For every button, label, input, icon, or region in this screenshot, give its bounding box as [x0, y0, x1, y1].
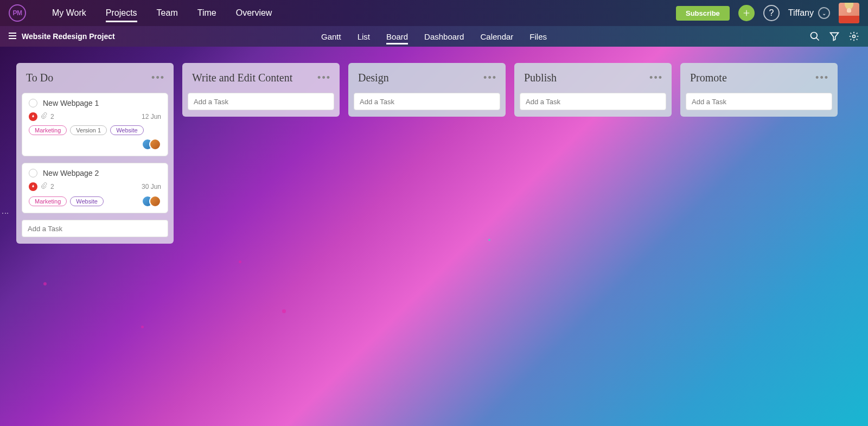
card-title: New Webpage 2: [43, 169, 99, 177]
attachment-icon: [41, 182, 47, 191]
column-title: To Do: [26, 72, 53, 84]
column-header: Design•••: [354, 71, 500, 86]
nav-item-projects[interactable]: Projects: [106, 2, 137, 24]
project-title[interactable]: Website Redesign Project: [22, 32, 115, 41]
column-title: Publish: [524, 72, 557, 84]
logo-text: PM: [13, 9, 22, 17]
column-promote: Promote•••: [680, 63, 838, 117]
app-logo[interactable]: PM: [9, 4, 26, 22]
search-icon: [809, 31, 820, 42]
card-date: 12 Jun: [142, 113, 161, 120]
view-tab-board[interactable]: Board: [386, 28, 408, 46]
tag[interactable]: Website: [70, 196, 104, 206]
assignee-avatars[interactable]: [146, 195, 161, 207]
user-menu[interactable]: Tiffany ⌄: [788, 7, 830, 19]
card-meta: 2: [29, 182, 54, 191]
attachment-count: 2: [50, 183, 54, 190]
card-date: 30 Jun: [142, 183, 161, 190]
add-task-input[interactable]: [686, 93, 832, 110]
view-tab-gantt[interactable]: Gantt: [321, 28, 341, 46]
attachment-count: 2: [50, 113, 54, 120]
subscribe-button[interactable]: Subscribe: [676, 6, 730, 21]
add-button[interactable]: [738, 5, 755, 21]
column-header: To Do•••: [22, 71, 168, 86]
view-tab-list[interactable]: List: [358, 28, 370, 46]
question-icon: ?: [769, 8, 774, 18]
tag[interactable]: Website: [110, 125, 144, 135]
card-title: New Webpage 1: [43, 99, 99, 107]
column-header: Promote•••: [686, 71, 832, 86]
column-publish: Publish•••: [514, 63, 672, 117]
column-title: Promote: [690, 72, 727, 84]
column-header: Write and Edit Content•••: [188, 71, 334, 86]
username-label: Tiffany: [788, 8, 814, 18]
gear-icon: [848, 31, 859, 42]
complete-checkbox[interactable]: [29, 169, 37, 177]
plus-icon: [743, 9, 750, 17]
sub-nav-views: GanttListBoardDashboardCalendarFiles: [321, 26, 547, 47]
card-top: New Webpage 2: [29, 169, 161, 177]
task-card[interactable]: New Webpage 2230 JunMarketingWebsite: [22, 163, 168, 213]
help-button[interactable]: ?: [763, 5, 780, 21]
column-menu-icon[interactable]: •••: [815, 72, 829, 84]
chevron-down-icon: ⌄: [818, 7, 830, 19]
nav-item-my-work[interactable]: My Work: [52, 2, 86, 24]
tag[interactable]: Marketing: [29, 196, 67, 206]
column-menu-icon[interactable]: •••: [151, 72, 165, 84]
complete-checkbox[interactable]: [29, 99, 37, 107]
card-tags: MarketingWebsite: [29, 195, 161, 207]
view-tab-dashboard[interactable]: Dashboard: [424, 28, 464, 46]
nav-item-overview[interactable]: Overview: [236, 2, 272, 24]
card-tags: MarketingVersion 1Website: [29, 125, 161, 150]
card-top: New Webpage 1: [29, 99, 161, 107]
column-header: Publish•••: [520, 71, 666, 86]
priority-high-icon: [29, 182, 37, 191]
tag[interactable]: Marketing: [29, 125, 67, 135]
priority-high-icon: [29, 112, 37, 121]
card-meta: 2: [29, 112, 54, 121]
side-drag-handle[interactable]: ⋮: [1, 209, 10, 217]
nav-item-team[interactable]: Team: [157, 2, 178, 24]
column-title: Write and Edit Content: [192, 72, 292, 84]
column-title: Design: [358, 72, 389, 84]
user-avatar[interactable]: [839, 3, 859, 23]
card-meta-row: 212 Jun: [29, 112, 161, 121]
avatar: [149, 138, 161, 150]
add-task-input[interactable]: [22, 220, 168, 237]
card-meta-row: 230 Jun: [29, 182, 161, 191]
add-task-input[interactable]: [354, 93, 500, 110]
svg-point-0: [811, 33, 818, 39]
nav-item-time[interactable]: Time: [197, 2, 216, 24]
attachment-icon: [41, 112, 47, 121]
add-task-input[interactable]: [188, 93, 334, 110]
column-to-do: To Do•••New Webpage 1212 JunMarketingVer…: [16, 63, 174, 244]
board-area: To Do•••New Webpage 1212 JunMarketingVer…: [0, 47, 868, 426]
assignee-avatars[interactable]: [146, 138, 161, 150]
settings-button[interactable]: [848, 31, 859, 42]
filter-button[interactable]: [829, 31, 840, 42]
filter-icon: [829, 31, 840, 42]
hamburger-icon[interactable]: [9, 32, 16, 41]
column-write-and-edit-content: Write and Edit Content•••: [182, 63, 340, 117]
column-design: Design•••: [348, 63, 506, 117]
sub-nav-right: [809, 31, 859, 42]
top-nav-items: My WorkProjectsTeamTimeOverview: [52, 2, 272, 24]
add-task-input[interactable]: [520, 93, 666, 110]
top-nav-right: Subscribe ? Tiffany ⌄: [676, 3, 859, 23]
view-tab-calendar[interactable]: Calendar: [480, 28, 513, 46]
column-menu-icon[interactable]: •••: [317, 72, 331, 84]
column-menu-icon[interactable]: •••: [649, 72, 663, 84]
avatar: [149, 195, 161, 207]
svg-point-1: [853, 35, 856, 38]
column-menu-icon[interactable]: •••: [483, 72, 497, 84]
view-tab-files[interactable]: Files: [529, 28, 547, 46]
tag[interactable]: Version 1: [70, 125, 107, 135]
search-button[interactable]: [809, 31, 820, 42]
top-nav: PM My WorkProjectsTeamTimeOverview Subsc…: [0, 0, 868, 26]
task-card[interactable]: New Webpage 1212 JunMarketingVersion 1We…: [22, 93, 168, 156]
